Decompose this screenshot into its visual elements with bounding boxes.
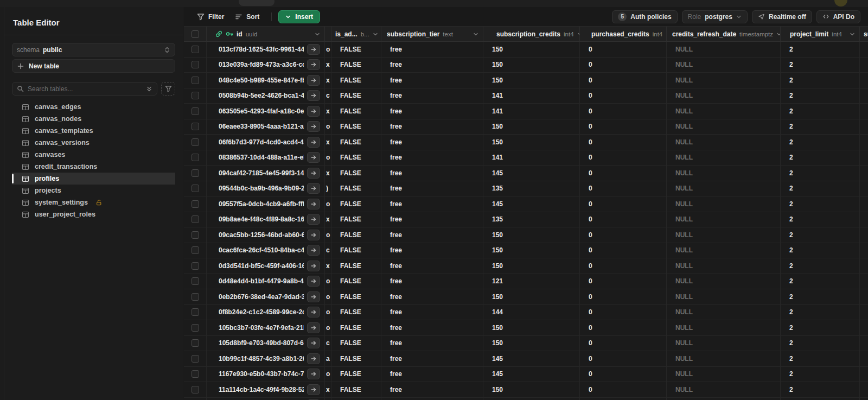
row-checkbox[interactable] [192, 246, 199, 254]
cell-credits-refresh-date[interactable]: NULL [667, 305, 781, 320]
expand-row-button[interactable] [307, 214, 320, 225]
cell-truncated[interactable]: NULL [860, 119, 868, 135]
cell-clipped[interactable]: o [325, 289, 331, 304]
table-row[interactable]: 09cac5bb-1256-46bd-ab60-64ed... o FALSE … [184, 227, 868, 243]
cell-project-limit[interactable]: 2 [781, 119, 860, 135]
cell-clipped[interactable]: x [325, 73, 331, 88]
row-checkbox[interactable] [192, 308, 199, 316]
expand-row-button[interactable] [307, 291, 320, 302]
cell-is-admin[interactable]: FALSE [331, 274, 381, 289]
cell-truncated[interactable]: NULL [860, 305, 868, 320]
cell-subscription-tier[interactable] [381, 398, 483, 400]
cell-clipped[interactable]: a [325, 351, 331, 366]
cell-id[interactable]: 06f6b7d3-977d-4cd0-acd4-4a78... [207, 135, 325, 150]
cell-project-limit[interactable]: 2 [781, 42, 860, 57]
cell-is-admin[interactable]: FALSE [331, 88, 381, 104]
cell-project-limit[interactable]: 2 [781, 135, 860, 150]
cell-project-limit[interactable]: 2 [781, 305, 860, 320]
column-menu-icon[interactable] [850, 31, 855, 37]
table-row[interactable]: 0d3d541d-bf5c-459f-a406-16b93... x FALSE… [184, 258, 868, 274]
cell-credits-refresh-date[interactable]: NULL [667, 104, 781, 119]
table-row[interactable]: 09557f5a-0dcb-4cb9-a6fb-fff366... o FALS… [184, 196, 868, 212]
cell-subscription-credits[interactable]: 150 [483, 243, 580, 258]
cell-clipped[interactable]: o [325, 42, 331, 57]
cell-purchased-credits[interactable]: 0 [580, 227, 667, 243]
column-header-clipped[interactable] [325, 27, 331, 41]
cell-id[interactable]: 063505e5-4293-4faf-a18c-0e65b... [207, 104, 325, 119]
row-checkbox[interactable] [192, 200, 199, 208]
column-menu-icon[interactable] [373, 31, 378, 37]
schema-select[interactable]: schema public [12, 43, 175, 56]
cell-purchased-credits[interactable]: 0 [580, 42, 667, 57]
cell-project-limit[interactable]: 2 [781, 227, 860, 243]
row-checkbox[interactable] [192, 262, 199, 270]
cell-truncated[interactable]: NULL [860, 135, 868, 150]
sidebar-table-item[interactable]: canvases [12, 149, 175, 161]
cell-is-admin[interactable]: FALSE [331, 382, 381, 397]
table-row[interactable]: 063505e5-4293-4faf-a18c-0e65b... x FALSE… [184, 104, 868, 119]
cell-credits-refresh-date[interactable]: NULL [667, 227, 781, 243]
cell-id[interactable]: 013e039a-fd89-473a-a3c6-ccfa9... [207, 58, 325, 73]
cell-id[interactable] [207, 398, 325, 400]
row-checkbox[interactable] [192, 215, 199, 223]
cell-purchased-credits[interactable]: 0 [580, 212, 667, 227]
cell-subscription-tier[interactable]: free [381, 42, 483, 57]
row-checkbox[interactable] [192, 138, 199, 146]
expand-row-button[interactable] [307, 137, 320, 148]
cell-subscription-tier[interactable]: free [381, 258, 483, 274]
filter-tables-button[interactable] [161, 82, 175, 96]
cell-clipped[interactable] [325, 398, 331, 400]
cell-project-limit[interactable]: 2 [781, 351, 860, 366]
cell-truncated[interactable]: NULL [860, 196, 868, 212]
cell-id[interactable]: 09544b0c-ba9b-496a-9b09-244... [207, 181, 325, 196]
cell-id[interactable]: 10b99c1f-4857-4c39-a8b1-263b8... [207, 351, 325, 366]
cell-subscription-tier[interactable]: free [381, 274, 483, 289]
cell-purchased-credits[interactable]: 0 [580, 150, 667, 166]
cell-credits-refresh-date[interactable]: NULL [667, 119, 781, 135]
cell-subscription-credits[interactable]: 144 [483, 305, 580, 320]
column-header-credits-refresh-date[interactable]: credits_refresh_date timestamptz [667, 27, 781, 41]
cell-purchased-credits[interactable]: 0 [580, 243, 667, 258]
cell-purchased-credits[interactable]: 0 [580, 135, 667, 150]
expand-row-button[interactable] [307, 322, 320, 333]
cell-clipped[interactable]: x [325, 58, 331, 73]
table-row[interactable]: 09b8ae4e-f48c-4f89-8a8c-1629b... x FALSE… [184, 212, 868, 228]
cell-truncated[interactable]: NULL [860, 351, 868, 366]
cell-id[interactable]: 0508b94b-5ee2-4626-bca1-4bca... [207, 88, 325, 104]
cell-truncated[interactable]: NULL [860, 258, 868, 274]
cell-is-admin[interactable]: FALSE [331, 367, 381, 382]
cell-credits-refresh-date[interactable]: NULL [667, 73, 781, 88]
table-row[interactable]: 105bc3b7-03fe-4e7f-9efa-21bb40... o FALS… [184, 320, 868, 336]
cell-subscription-credits[interactable]: 150 [483, 320, 580, 335]
cell-purchased-credits[interactable]: 0 [580, 305, 667, 320]
cell-truncated[interactable]: NULL [860, 181, 868, 196]
table-row[interactable]: 013e039a-fd89-473a-a3c6-ccfa9... x FALSE… [184, 58, 868, 73]
table-row[interactable]: 10b99c1f-4857-4c39-a8b1-263b8... a FALSE… [184, 351, 868, 367]
cell-credits-refresh-date[interactable]: NULL [667, 42, 781, 57]
cell-id[interactable]: 105bc3b7-03fe-4e7f-9efa-21bb40... [207, 320, 325, 335]
cell-subscription-credits[interactable]: 135 [483, 212, 580, 227]
column-header-truncated[interactable]: su [860, 27, 868, 41]
cell-truncated[interactable] [860, 398, 868, 400]
cell-subscription-tier[interactable]: free [381, 382, 483, 397]
cell-purchased-credits[interactable]: 0 [580, 88, 667, 104]
cell-is-admin[interactable]: FALSE [331, 181, 381, 196]
cell-subscription-tier[interactable]: free [381, 367, 483, 382]
filter-button[interactable]: Filter [192, 10, 229, 23]
cell-truncated[interactable]: NULL [860, 382, 868, 397]
expand-row-button[interactable] [307, 230, 320, 240]
cell-clipped[interactable]: x [325, 258, 331, 274]
cell-purchased-credits[interactable]: 0 [580, 119, 667, 135]
table-row[interactable]: 0f8b24e2-c1c2-4589-99ce-2c52d... o FALSE… [184, 305, 868, 321]
expand-row-button[interactable] [307, 44, 320, 55]
cell-credits-refresh-date[interactable]: NULL [667, 150, 781, 166]
cell-subscription-tier[interactable]: free [381, 135, 483, 150]
cell-subscription-credits[interactable]: 150 [483, 119, 580, 135]
cell-is-admin[interactable]: FALSE [331, 258, 381, 274]
cell-id[interactable]: 09cac5bb-1256-46bd-ab60-64ed... [207, 227, 325, 243]
cell-clipped[interactable]: o [325, 274, 331, 289]
cell-credits-refresh-date[interactable]: NULL [667, 351, 781, 366]
cell-id[interactable]: 094caf42-7185-4e45-99f3-14abee... [207, 166, 325, 181]
table-row[interactable]: 0508b94b-5ee2-4626-bca1-4bca... c FALSE … [184, 88, 868, 104]
cell-project-limit[interactable]: 2 [781, 274, 860, 289]
